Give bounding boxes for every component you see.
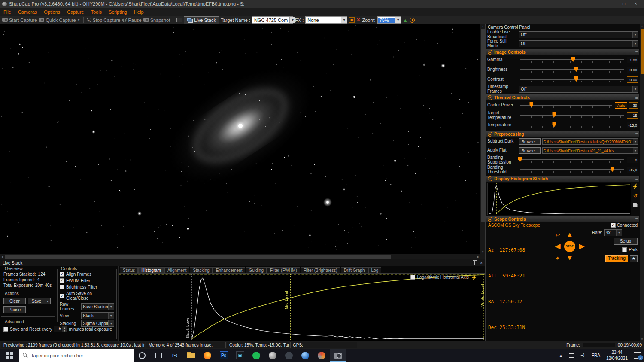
histogram-plot[interactable]: Logarithmic Horizontal Axis ⚡ Black Leve…: [119, 273, 485, 341]
scope-setup-button[interactable]: Setup: [614, 238, 638, 245]
slew-down-button[interactable]: ▼: [566, 254, 574, 262]
pin-icon[interactable]: [474, 261, 475, 265]
raw-frames-select[interactable]: Save Stacked ▼: [81, 303, 114, 310]
save-dropdown-icon[interactable]: ▼: [45, 298, 51, 304]
slew-up-button[interactable]: ▲: [566, 231, 574, 238]
volume-tray-button[interactable]: [577, 349, 589, 362]
orange-frame-icon[interactable]: ▣: [349, 17, 355, 23]
tray-expand-button[interactable]: ▲: [556, 349, 566, 362]
hamburger-icon[interactable]: ≡: [635, 176, 638, 181]
scroll-thumb[interactable]: [641, 29, 644, 74]
menu-tools[interactable]: Tools: [87, 9, 105, 15]
firecapture-app-button[interactable]: [313, 349, 330, 362]
clear-button[interactable]: Clear: [3, 298, 26, 304]
subtract-dark-browse-button[interactable]: Browse...: [519, 138, 541, 145]
target-name-select[interactable]: NGC 4725 Com ▼: [252, 16, 293, 24]
timestamp-frames-select[interactable]: Off ▼: [519, 86, 638, 93]
collapse-icon[interactable]: ▲: [488, 176, 492, 181]
red-x-icon[interactable]: ✕: [356, 17, 360, 23]
scroll-up-icon[interactable]: ▲: [640, 24, 644, 29]
preview-monitor-icon[interactable]: [176, 18, 182, 22]
pause-stack-button[interactable]: Pause: [3, 306, 26, 313]
close-button[interactable]: ×: [630, 0, 642, 8]
park-checkbox[interactable]: [622, 247, 627, 252]
live-stack-button[interactable]: Live Stack: [184, 16, 219, 24]
scroll-down-icon[interactable]: ▼: [640, 337, 644, 341]
contrast-value[interactable]: 0.00: [627, 76, 638, 83]
slew-left-button[interactable]: ◀: [555, 243, 560, 250]
fx-select[interactable]: None ▼: [305, 16, 347, 24]
zoom-fit-icon[interactable]: ▲: [403, 18, 408, 23]
auto-stretch-icon[interactable]: ⚡: [471, 275, 477, 280]
pause-button[interactable]: ❙❙ Pause: [122, 18, 142, 23]
dark-app-button[interactable]: ▣: [232, 349, 248, 362]
log-axis-option[interactable]: Logarithmic Horizontal Axis: [410, 275, 469, 280]
menu-help[interactable]: Help: [131, 9, 147, 15]
fwhm-filter-checkbox[interactable]: [60, 278, 64, 283]
save-stretch-icon[interactable]: [633, 203, 638, 207]
horizontal-scrollbar[interactable]: ◀ ▶: [0, 254, 480, 259]
reset-stretch-icon[interactable]: ↺: [633, 193, 637, 199]
banding-suppression-value[interactable]: 0: [627, 157, 638, 163]
scope-connected-option[interactable]: Connected: [611, 223, 638, 228]
menu-file[interactable]: File: [0, 9, 15, 15]
minimize-button[interactable]: —: [606, 0, 618, 8]
language-button[interactable]: FRA: [589, 349, 603, 362]
histogram-stretch-header[interactable]: ▲ Display Histogram Stretch ≡: [486, 176, 639, 182]
stacking-select[interactable]: Sigma Clipping ▼: [81, 320, 114, 327]
vertical-scrollbar[interactable]: ▲ ▼: [480, 24, 485, 254]
tab-enhancement[interactable]: Enhancement: [213, 267, 246, 273]
cooler-auto-button[interactable]: Auto: [615, 102, 627, 109]
flip-icon[interactable]: ↩: [555, 232, 560, 238]
thermal-controls-header[interactable]: ▲ Thermal Controls ≡: [486, 94, 639, 100]
star-icon[interactable]: ★: [630, 255, 638, 262]
collapse-icon[interactable]: ▲: [488, 217, 492, 222]
collapse-icon[interactable]: ▲: [488, 95, 492, 100]
tab-status[interactable]: Status: [120, 267, 138, 273]
firefox-app-button[interactable]: [199, 349, 216, 362]
explorer-app-button[interactable]: [183, 349, 199, 362]
gamma-value[interactable]: 1.00: [627, 57, 638, 63]
tab-filter-fwhm[interactable]: Filter (FWHM): [267, 267, 300, 273]
tab-histogram[interactable]: Histogram: [138, 267, 164, 273]
clock-icon[interactable]: [410, 18, 415, 23]
tab-stacking[interactable]: Stacking: [190, 267, 212, 273]
close-icon[interactable]: ×: [480, 261, 483, 265]
stop-capture-button[interactable]: ■ Stop Capture: [87, 18, 121, 23]
scroll-down-icon[interactable]: ▼: [481, 250, 485, 254]
brightness-filter-checkbox[interactable]: [60, 285, 64, 289]
hamburger-icon[interactable]: ≡: [635, 132, 638, 137]
tab-guiding[interactable]: Guiding: [246, 267, 266, 273]
menu-scripting[interactable]: Scripting: [105, 9, 131, 15]
log-axis-checkbox[interactable]: [410, 275, 415, 280]
hamburger-icon[interactable]: ≡: [635, 50, 638, 55]
force-still-mode-select[interactable]: Off ▼: [519, 40, 638, 47]
image-viewport[interactable]: ▲ ▼ ◀ ▶: [0, 24, 485, 259]
moon-app-button[interactable]: [281, 349, 297, 362]
stepper-down-icon[interactable]: ▼: [62, 329, 67, 332]
globe-app-button[interactable]: [297, 349, 313, 362]
cortana-button[interactable]: [134, 349, 150, 362]
zoom-select[interactable]: 75% ▼: [377, 16, 401, 24]
brightness-slider[interactable]: [519, 67, 625, 73]
spotify-app-button[interactable]: [248, 349, 264, 362]
scroll-thumb[interactable]: [5, 255, 391, 259]
task-view-button[interactable]: [150, 349, 167, 362]
scope-controls-header[interactable]: ▲ Scope Controls ≡: [486, 216, 639, 222]
sharpcap-app-button[interactable]: [330, 349, 346, 362]
tab-alignment[interactable]: Alignment: [164, 267, 189, 273]
panel-scrollbar[interactable]: ▲ ▼: [640, 24, 644, 341]
cooler-power-slider[interactable]: [519, 102, 613, 109]
taskbar-search-input[interactable]: Taper ici pour rechercher: [19, 349, 134, 362]
menu-cameras[interactable]: Cameras: [15, 9, 41, 15]
hamburger-icon[interactable]: ≡: [635, 95, 638, 100]
tracking-button[interactable]: Tracking: [605, 255, 628, 262]
contrast-slider[interactable]: [519, 76, 625, 83]
enable-live-broadcast-select[interactable]: Off ▼: [519, 31, 638, 38]
start-capture-button[interactable]: Start Capture: [2, 18, 37, 23]
snapshot-button[interactable]: Snapshot: [143, 18, 170, 23]
collapse-icon[interactable]: ▲: [488, 50, 492, 55]
cooler-power-value[interactable]: 39: [629, 102, 638, 109]
temperature-slider[interactable]: [519, 122, 625, 128]
mail-app-button[interactable]: ✉: [167, 349, 183, 362]
